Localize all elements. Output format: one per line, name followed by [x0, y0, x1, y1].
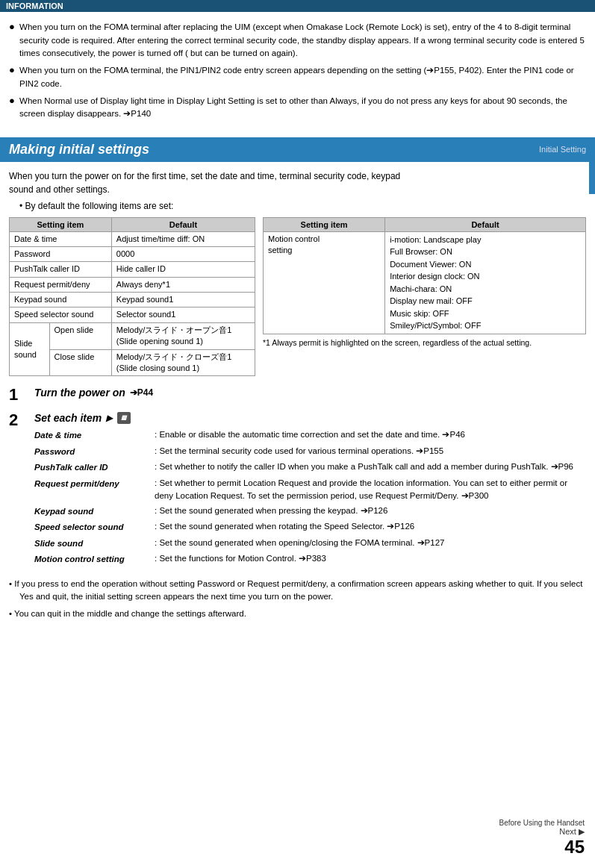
table-row: Motion controlsettingi-motion: Landscape…	[264, 231, 586, 334]
bottom-bullet: • You can quit in the middle and change …	[9, 608, 586, 620]
sidebar-accent	[589, 149, 595, 194]
step2-item: PushTalk caller ID: Set whether to notif…	[34, 460, 586, 474]
section-header: Making initial settings Initial Setting	[0, 137, 595, 162]
table-row: SlidesoundOpen slideMelody/スライド・オープン音1(S…	[10, 322, 255, 349]
step2-item: Slide sound: Set the sound generated whe…	[34, 537, 586, 550]
table-row: Request permit/denyAlways deny*1	[10, 277, 255, 292]
table-row: Keypad soundKeypad sound1	[10, 293, 255, 307]
step-2-label: Set each item	[34, 412, 102, 424]
col-setting-item: Setting item	[10, 217, 112, 231]
footer-next: Next ▶	[499, 827, 585, 837]
table-row: Speed selector soundSelector sound1	[10, 307, 255, 322]
info-banner: INFORMATION	[0, 0, 595, 12]
step-2-title: Set each item ▶ ▦	[34, 412, 586, 424]
info-section: ● When you turn on the FOMA terminal aft…	[0, 16, 595, 130]
info-bullet-3: ● When Normal use of Display light time …	[9, 93, 586, 121]
table-row: Password0000	[10, 246, 255, 261]
table-row: Date & timeAdjust time/time diff: ON	[10, 231, 255, 246]
col-setting-item-right: Setting item	[264, 217, 385, 231]
step2-item: Request permit/deny: Set whether to perm…	[34, 477, 586, 503]
settings-table-right: Setting item Default Motion controlsetti…	[263, 217, 586, 377]
footer: Before Using the Handset Next ▶ 45	[499, 818, 585, 858]
step2-item: Speed selector sound: Set the sound gene…	[34, 520, 586, 534]
intro-bullet: • By default the following items are set…	[9, 201, 586, 211]
step2-item: Motion control setting: Set the function…	[34, 552, 586, 566]
settings-table-left: Setting itemDefault Date & timeAdjust ti…	[9, 217, 255, 377]
footer-before-using: Before Using the Handset	[499, 818, 585, 827]
bottom-bullets: • If you press to end the operation with…	[9, 578, 586, 621]
bottom-bullet: • If you press to end the operation with…	[9, 578, 586, 604]
step2-item: Keypad sound: Set the sound generated wh…	[34, 505, 586, 518]
menu-icon: ▦	[117, 412, 131, 424]
step-1-ref: ➔P44	[130, 387, 153, 398]
info-bullet-1: ● When you turn on the FOMA terminal aft…	[9, 19, 586, 60]
intro-text: When you turn the power on for the first…	[9, 169, 586, 196]
step2-item: Date & time: Enable or disable the autom…	[34, 428, 586, 442]
step2-item: Password: Set the terminal security code…	[34, 445, 586, 458]
col-default: Default	[111, 217, 255, 231]
page-number: 45	[499, 837, 585, 858]
step-2-arrow: ▶	[106, 413, 113, 423]
table-row: PushTalk caller IDHide caller ID	[10, 262, 255, 277]
info-bullet-2: ● When you turn on the FOMA terminal, th…	[9, 63, 586, 90]
step-1-title: Turn the power on ➔P44	[34, 387, 586, 399]
step-2-number: 2	[9, 412, 30, 428]
step-1: 1 Turn the power on ➔P44	[9, 387, 586, 403]
step-1-label: Turn the power on	[34, 387, 125, 399]
section-title: Making initial settings	[9, 142, 149, 157]
table-footnote: *1 Always permit is highlighted on the s…	[263, 337, 586, 349]
col-default-right: Default	[385, 217, 586, 231]
step-2: 2 Set each item ▶ ▦ Date & time: Enable …	[9, 412, 586, 568]
section-subtitle: Initial Setting	[539, 145, 586, 154]
step-1-number: 1	[9, 387, 30, 403]
